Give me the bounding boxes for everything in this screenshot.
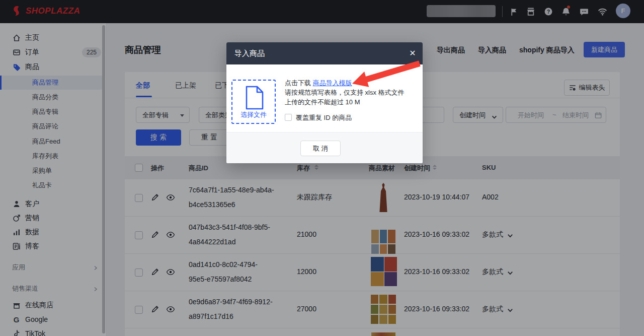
import-products-modal: 导入商品 ✕ 选择文件 点击下载 商品导入模版 请按规范填写表格，仅支持 xls… (226, 42, 423, 163)
file-icon (245, 86, 265, 110)
modal-header: 导入商品 ✕ (226, 42, 423, 64)
file-select-label: 选择文件 (232, 110, 275, 119)
overwrite-checkbox-label: 覆盖重复 ID 的商品 (296, 113, 352, 122)
file-select-dropzone[interactable]: 选择文件 (231, 80, 276, 124)
modal-footer: 取 消 (226, 132, 423, 163)
download-tip: 点击下载 商品导入模版 (285, 79, 352, 88)
format-tip: 请按规范填写表格，仅支持 xlsx 格式文件 (285, 88, 405, 97)
cancel-button[interactable]: 取 消 (300, 141, 341, 156)
overwrite-checkbox[interactable] (285, 114, 292, 121)
size-tip: 上传的文件不能超过 10 M (285, 98, 360, 107)
app: SHOPLAZZA ? F 主页 订单 (0, 0, 644, 336)
modal-title: 导入商品 (234, 49, 265, 58)
download-tip-prefix: 点击下载 (285, 79, 313, 87)
template-download-link[interactable]: 商品导入模版 (313, 79, 352, 87)
close-icon[interactable]: ✕ (408, 48, 418, 58)
